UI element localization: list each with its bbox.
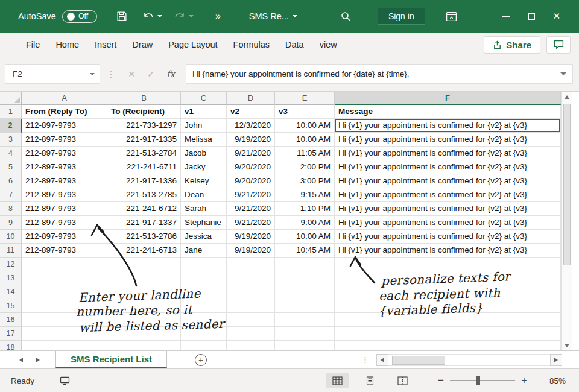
cell-E15[interactable] <box>275 299 335 313</box>
cell-C5[interactable]: Jacky <box>181 160 227 174</box>
cell-F2[interactable]: Hi {v1} your appointment is confirmed fo… <box>335 119 561 133</box>
cell-A8[interactable]: 212-897-9793 <box>22 202 107 216</box>
cell-E11[interactable]: 10:45 AM <box>275 244 335 258</box>
cell-D16[interactable] <box>227 313 275 327</box>
cell-D18[interactable] <box>227 341 275 350</box>
row-header-4[interactable]: 4 <box>0 147 22 160</box>
row-header-18[interactable]: 18 <box>0 341 22 350</box>
cell-E6[interactable]: 3:00 PM <box>275 174 335 188</box>
cell-A16[interactable] <box>22 313 107 327</box>
cell-C16[interactable] <box>181 313 227 327</box>
cell-E10[interactable]: 10:00 AM <box>275 230 335 244</box>
cell-E13[interactable] <box>275 271 335 285</box>
tab-home[interactable]: Home <box>48 33 87 57</box>
page-layout-view-button[interactable] <box>358 373 381 388</box>
cell-F8[interactable]: Hi {v1} your appointment is confirmed fo… <box>335 202 561 216</box>
zoom-in-button[interactable]: + <box>519 375 530 386</box>
cell-F16[interactable] <box>335 313 561 327</box>
cell-A10[interactable]: 212-897-9793 <box>22 230 107 244</box>
formula-input[interactable]: Hi {name} your appointment is confirmed … <box>186 64 573 84</box>
next-sheet-button[interactable] <box>36 358 40 362</box>
cell-A9[interactable]: 212-897-9793 <box>22 216 107 230</box>
normal-view-button[interactable] <box>326 373 349 388</box>
toolbar-overflow-button[interactable]: » <box>215 11 221 22</box>
tab-insert[interactable]: Insert <box>87 33 124 57</box>
cell-F7[interactable]: Hi {v1} your appointment is confirmed fo… <box>335 188 561 202</box>
cell-D6[interactable]: 9/20/2020 <box>227 174 275 188</box>
cell-E1[interactable]: v3 <box>275 105 335 119</box>
cell-D1[interactable]: v2 <box>227 105 275 119</box>
cell-E16[interactable] <box>275 313 335 327</box>
cell-A18[interactable] <box>22 341 107 350</box>
enter-entry-button[interactable]: ✓ <box>141 69 160 79</box>
share-button[interactable]: Share <box>484 36 540 54</box>
column-header-B[interactable]: B <box>107 92 181 105</box>
cell-A12[interactable] <box>22 258 107 271</box>
cell-A7[interactable]: 212-897-9793 <box>22 188 107 202</box>
cell-B4[interactable]: 221-513-2784 <box>107 147 181 160</box>
cell-D7[interactable]: 9/21/2020 <box>227 188 275 202</box>
cell-E12[interactable] <box>275 258 335 271</box>
cell-E3[interactable]: 10:00 AM <box>275 133 335 147</box>
cell-F13[interactable] <box>335 271 561 285</box>
vertical-scrollbar-thumb[interactable] <box>563 104 571 265</box>
cell-B10[interactable]: 221-513-2786 <box>107 230 181 244</box>
scroll-up-button[interactable] <box>562 92 572 102</box>
document-title-dropdown[interactable]: SMS Re... <box>249 11 297 21</box>
tab-formulas[interactable]: Formulas <box>226 33 277 57</box>
cell-B9[interactable]: 221-917-1337 <box>107 216 181 230</box>
cell-D8[interactable]: 9/21/2020 <box>227 202 275 216</box>
undo-button[interactable] <box>143 11 162 21</box>
row-header-8[interactable]: 8 <box>0 202 22 216</box>
page-break-preview-button[interactable] <box>391 373 414 388</box>
redo-button[interactable] <box>174 11 194 21</box>
cell-A1[interactable]: From (Reply To) <box>22 105 107 119</box>
cell-C10[interactable]: Jessica <box>181 230 227 244</box>
macro-record-button[interactable] <box>60 376 70 385</box>
cell-C9[interactable]: Stephanie <box>181 216 227 230</box>
cell-F3[interactable]: Hi {v1} your appointment is confirmed fo… <box>335 133 561 147</box>
select-all-button[interactable] <box>0 92 22 105</box>
cell-D15[interactable] <box>227 299 275 313</box>
row-header-16[interactable]: 16 <box>0 313 22 327</box>
row-header-6[interactable]: 6 <box>0 174 22 188</box>
cell-F17[interactable] <box>335 327 561 341</box>
cell-C11[interactable]: Jane <box>181 244 227 258</box>
sheet-tab-sms-recipient-list[interactable]: SMS Recipient List <box>55 351 167 368</box>
comments-button[interactable] <box>546 36 571 54</box>
tab-view[interactable]: view <box>312 33 345 57</box>
cell-B3[interactable]: 221-917-1335 <box>107 133 181 147</box>
cell-C1[interactable]: v1 <box>181 105 227 119</box>
ribbon-display-options-button[interactable] <box>446 11 457 22</box>
cell-B16[interactable] <box>107 313 181 327</box>
horizontal-scrollbar[interactable] <box>388 354 550 366</box>
cell-E8[interactable]: 1:10 PM <box>275 202 335 216</box>
cell-C12[interactable] <box>181 258 227 271</box>
cancel-entry-button[interactable]: ✕ <box>122 69 141 79</box>
row-header-15[interactable]: 15 <box>0 299 22 313</box>
cell-D13[interactable] <box>227 271 275 285</box>
row-header-13[interactable]: 13 <box>0 271 22 285</box>
cell-A3[interactable]: 212-897-9793 <box>22 133 107 147</box>
row-header-3[interactable]: 3 <box>0 133 22 147</box>
cell-E9[interactable]: 9:00 AM <box>275 216 335 230</box>
cell-C17[interactable] <box>181 327 227 341</box>
horizontal-scrollbar-thumb[interactable] <box>392 356 445 365</box>
zoom-level-label[interactable]: 85% <box>545 376 566 385</box>
formula-bar-expand-caret[interactable] <box>560 72 566 75</box>
cell-F15[interactable] <box>335 299 561 313</box>
minimize-button[interactable] <box>493 5 519 27</box>
cell-A14[interactable] <box>22 285 107 299</box>
cell-C18[interactable] <box>181 341 227 350</box>
cell-A11[interactable]: 212-897-9793 <box>22 244 107 258</box>
cell-B6[interactable]: 221-917-1336 <box>107 174 181 188</box>
cell-D5[interactable]: 9/20/2020 <box>227 160 275 174</box>
column-header-F[interactable]: F <box>335 92 561 105</box>
cell-C14[interactable] <box>181 285 227 299</box>
cell-F18[interactable] <box>335 341 561 350</box>
cell-B11[interactable]: 221-241-6713 <box>107 244 181 258</box>
cell-C8[interactable]: Sarah <box>181 202 227 216</box>
tab-file[interactable]: File <box>18 33 48 57</box>
cell-B12[interactable] <box>107 258 181 271</box>
cell-D11[interactable]: 9/19/2020 <box>227 244 275 258</box>
